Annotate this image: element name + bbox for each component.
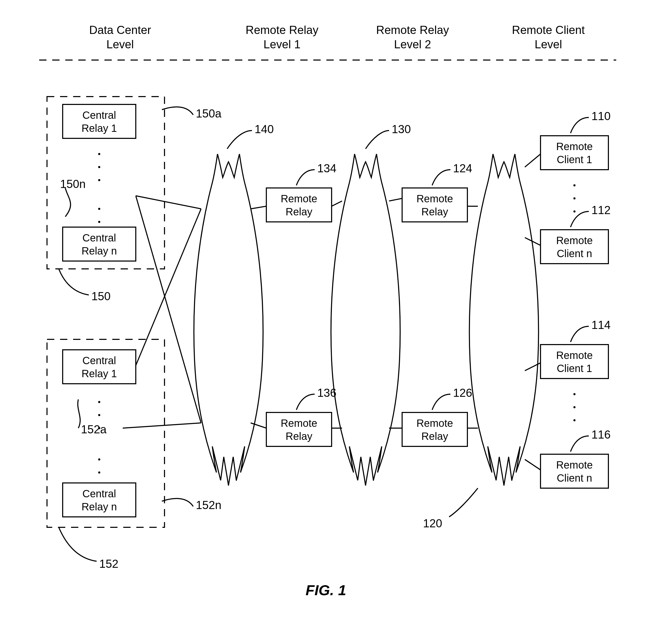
central-relay-n-top-l2: Relay n [81, 245, 117, 257]
leader-140 [227, 131, 252, 149]
ref-124: 124 [453, 162, 472, 175]
ref-140: 140 [254, 123, 274, 136]
svg-line-26 [389, 198, 402, 201]
central-relay-n-bot-l1: Central [82, 488, 116, 499]
leader-126 [432, 394, 451, 410]
svg-point-7 [98, 401, 100, 403]
header-remote-relay2-l2: Level 2 [394, 38, 431, 51]
central-relay-n-bot-l2: Relay n [81, 501, 117, 512]
svg-point-2 [98, 166, 100, 168]
remote-client-110-l1: Remote [556, 141, 593, 152]
ref-150n: 150n [60, 177, 86, 190]
remote-client-116-l1: Remote [556, 459, 593, 471]
central-relay-1-bot-l2: Relay 1 [81, 368, 117, 379]
svg-point-15 [573, 393, 575, 395]
ref-130: 130 [392, 123, 411, 136]
leader-112 [571, 212, 589, 227]
leader-150a [162, 107, 193, 115]
header-remote-relay2-l1: Remote Relay [376, 24, 449, 36]
leader-116 [571, 436, 589, 452]
ref-114: 114 [591, 318, 610, 331]
svg-point-3 [98, 179, 100, 181]
ref-152: 152 [99, 557, 118, 570]
remote-client-112-l2: Client n [557, 248, 592, 259]
figure-caption: FIG. 1 [305, 582, 346, 598]
remote-relay-136-l1: Remote [281, 417, 317, 429]
leader-124 [432, 170, 451, 185]
ref-152n: 152n [196, 499, 221, 511]
svg-line-30 [525, 154, 541, 167]
ref-112: 112 [591, 204, 610, 216]
remote-client-116-l2: Client n [557, 472, 592, 484]
svg-line-33 [525, 459, 541, 470]
ref-126: 126 [453, 386, 472, 399]
figure-1-diagram: Data Center Level Remote Relay Level 1 R… [0, 0, 652, 644]
remote-relay-124-l1: Remote [416, 193, 453, 204]
svg-line-20 [136, 209, 201, 365]
column-headers: Data Center Level Remote Relay Level 1 R… [89, 24, 585, 51]
ref-150a: 150a [196, 107, 221, 120]
svg-point-8 [98, 414, 100, 416]
svg-point-14 [573, 211, 575, 213]
header-data-center-l2: Level [106, 38, 134, 51]
leader-110 [571, 117, 589, 133]
leader-114 [571, 326, 589, 342]
remote-client-112-l1: Remote [556, 235, 593, 246]
svg-point-17 [573, 419, 575, 421]
svg-point-1 [98, 153, 100, 155]
data-center-152: Central Relay 1 152a Central Relay n [47, 339, 164, 527]
svg-line-21 [123, 423, 201, 428]
leader-130 [365, 131, 389, 149]
remote-relay-136-l2: Relay [286, 430, 312, 442]
svg-line-32 [525, 363, 541, 371]
central-relay-1-top-l1: Central [82, 109, 116, 121]
header-remote-client-l1: Remote Client [512, 24, 585, 36]
svg-point-13 [573, 197, 575, 199]
header-data-center-l1: Data Center [89, 24, 151, 36]
leader-120 [449, 488, 478, 517]
header-remote-relay1-l2: Level 1 [264, 38, 301, 51]
remote-client-114-l1: Remote [556, 349, 593, 361]
leader-152 [59, 527, 97, 561]
svg-line-19 [136, 196, 201, 209]
header-remote-relay1-l1: Remote Relay [246, 24, 319, 36]
remote-relay-124-l2: Relay [422, 206, 448, 218]
header-remote-client-l2: Level [535, 38, 562, 51]
barrier-130 [331, 154, 400, 485]
central-relay-n-top-l1: Central [82, 232, 116, 244]
leader-150n [65, 188, 71, 217]
remote-client-114-l2: Client 1 [557, 363, 592, 374]
svg-line-23 [251, 423, 266, 428]
ref-120: 120 [423, 517, 442, 530]
leader-152a [78, 399, 80, 428]
svg-point-5 [98, 221, 100, 223]
svg-line-22 [251, 206, 266, 209]
svg-point-16 [573, 406, 575, 408]
remote-relay-126-l1: Remote [416, 417, 453, 429]
ref-116: 116 [591, 428, 610, 441]
leader-152n [162, 499, 193, 506]
leader-134 [296, 170, 315, 185]
svg-point-10 [98, 458, 100, 460]
ref-134: 134 [317, 162, 336, 175]
svg-point-4 [98, 208, 100, 210]
svg-line-24 [332, 201, 342, 206]
remote-relay-134-l2: Relay [286, 206, 312, 218]
ref-110: 110 [591, 110, 610, 122]
leader-150 [59, 269, 89, 295]
barrier-120 [469, 154, 539, 485]
central-relay-1-top-l2: Relay 1 [81, 122, 117, 134]
barrier-140 [194, 154, 263, 485]
svg-point-11 [98, 472, 100, 474]
ref-150: 150 [91, 290, 110, 303]
leader-136 [296, 394, 315, 410]
remote-relay-134-l1: Remote [281, 193, 317, 204]
remote-relay-126-l2: Relay [422, 430, 448, 442]
ref-136: 136 [317, 386, 336, 399]
ref-152a: 152a [81, 423, 107, 436]
central-relay-1-bot-l1: Central [82, 355, 116, 366]
remote-client-110-l2: Client 1 [557, 154, 592, 165]
svg-line-18 [136, 196, 201, 423]
svg-point-12 [573, 184, 575, 187]
